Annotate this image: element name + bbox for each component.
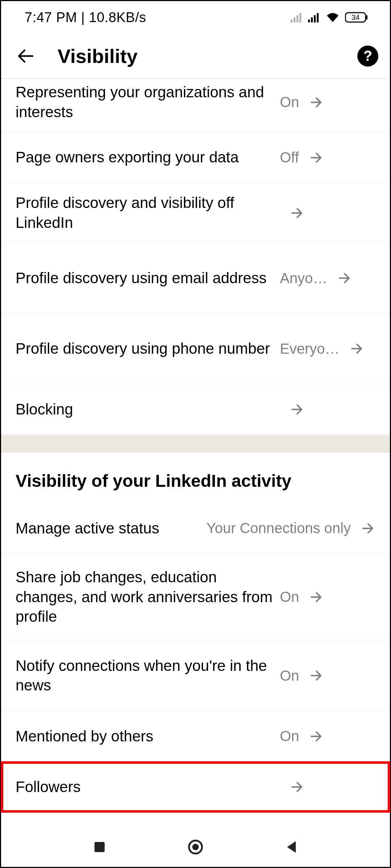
section-divider — [1, 435, 390, 453]
chevron-right-icon — [350, 341, 364, 356]
row-share-job-changes[interactable]: Share job changes, education changes, an… — [1, 554, 390, 641]
circle-icon — [186, 838, 205, 856]
chevron-right-icon — [309, 150, 324, 165]
row-label: Followers — [16, 777, 280, 797]
row-label: Profile discovery and visibility off Lin… — [16, 193, 280, 233]
wifi-icon — [325, 12, 340, 23]
chevron-right-icon — [290, 206, 304, 220]
question-icon: ? — [363, 48, 372, 64]
chevron-right-icon — [309, 729, 324, 744]
status-icons: 34 — [291, 12, 368, 23]
row-profile-discovery-phone[interactable]: Profile discovery using phone number Eve… — [1, 314, 390, 384]
svg-rect-7 — [317, 13, 319, 22]
row-profile-discovery-off-linkedin[interactable]: Profile discovery and visibility off Lin… — [1, 183, 390, 243]
row-label: Notify connections when you're in the ne… — [16, 656, 280, 695]
nav-recent-button[interactable] — [83, 831, 116, 863]
svg-rect-9 — [366, 15, 367, 20]
row-value: Anyo… — [280, 270, 327, 286]
row-label: Blocking — [16, 400, 280, 420]
svg-rect-2 — [297, 15, 298, 22]
svg-rect-1 — [294, 17, 295, 22]
svg-rect-6 — [314, 15, 316, 22]
chevron-right-icon — [309, 668, 324, 683]
svg-text:34: 34 — [352, 13, 360, 21]
row-label: Representing your organizations and inte… — [16, 82, 280, 122]
row-label: Profile discovery using email address — [16, 268, 280, 288]
svg-rect-0 — [291, 20, 293, 22]
status-time: 7:47 PM | 10.8KB/s — [25, 10, 146, 25]
row-value: On — [280, 589, 299, 605]
row-label: Page owners exporting your data — [16, 148, 280, 167]
system-navbar — [1, 827, 390, 867]
chevron-right-icon — [361, 521, 375, 536]
row-value: On — [280, 668, 299, 684]
section-header-activity: Visibility of your LinkedIn activity — [1, 453, 390, 503]
row-blocking[interactable]: Blocking — [1, 384, 390, 435]
row-label: Mentioned by others — [16, 727, 280, 746]
chevron-right-icon — [290, 402, 304, 417]
back-button[interactable] — [13, 43, 39, 69]
row-notify-connections-news[interactable]: Notify connections when you're in the ne… — [1, 641, 390, 711]
nav-back-button[interactable] — [275, 831, 308, 863]
chevron-right-icon — [290, 780, 304, 794]
svg-point-13 — [192, 844, 199, 850]
svg-rect-4 — [308, 20, 310, 22]
page-title: Visibility — [58, 45, 357, 67]
row-representing-orgs[interactable]: Representing your organizations and inte… — [1, 79, 390, 132]
row-value: On — [280, 728, 299, 744]
square-icon — [92, 840, 107, 854]
svg-rect-3 — [299, 13, 301, 22]
help-button[interactable]: ? — [357, 46, 378, 67]
arrow-left-icon — [15, 46, 36, 67]
nav-home-button[interactable] — [179, 831, 212, 863]
signal-icon-2 — [308, 12, 320, 22]
signal-icon-1 — [291, 12, 303, 22]
row-value: Everyo… — [280, 341, 340, 357]
chevron-right-icon — [309, 95, 324, 110]
row-page-owners-exporting[interactable]: Page owners exporting your data Off — [1, 132, 390, 183]
row-label: Share job changes, education changes, an… — [16, 567, 280, 627]
app-header: Visibility ? — [1, 34, 390, 79]
row-profile-discovery-email[interactable]: Profile discovery using email address An… — [1, 243, 390, 314]
row-followers[interactable]: Followers — [1, 762, 390, 812]
battery-icon: 34 — [345, 12, 368, 23]
triangle-left-icon — [283, 839, 299, 855]
row-value: On — [280, 94, 299, 110]
status-bar: 7:47 PM | 10.8KB/s 34 — [1, 1, 390, 34]
settings-list-1: Representing your organizations and inte… — [1, 79, 390, 435]
settings-list-2: Manage active status Your Connections on… — [1, 503, 390, 812]
svg-rect-5 — [311, 17, 313, 22]
row-value: Your Connections only — [167, 520, 351, 536]
row-label: Profile discovery using phone number — [16, 339, 280, 359]
svg-rect-11 — [94, 842, 105, 852]
row-value: Off — [280, 149, 299, 166]
row-mentioned-by-others[interactable]: Mentioned by others On — [1, 711, 390, 762]
row-label: Manage active status — [16, 519, 167, 539]
row-manage-active-status[interactable]: Manage active status Your Connections on… — [1, 503, 390, 554]
chevron-right-icon — [309, 590, 324, 604]
chevron-right-icon — [337, 271, 352, 285]
